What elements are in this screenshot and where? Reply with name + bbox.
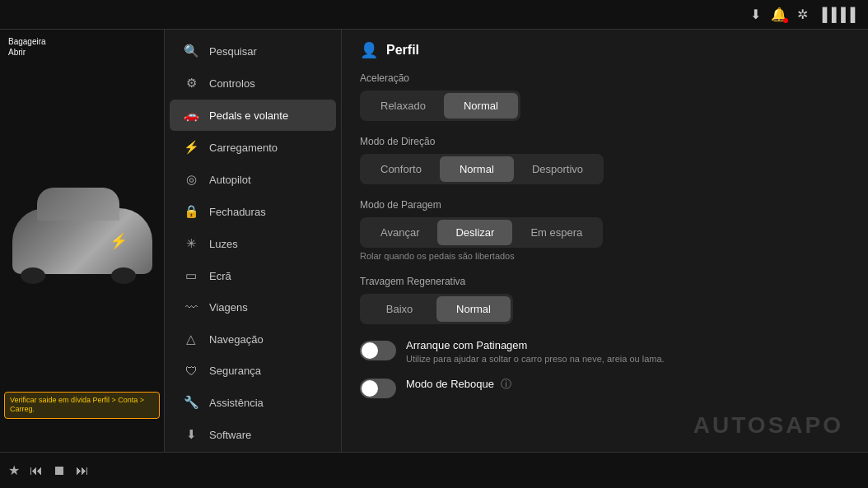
reboque-info-icon[interactable]: ⓘ — [501, 378, 511, 390]
car-image: ⚡ — [8, 192, 156, 290]
content-area: 👤 Perfil Aceleração Relaxado Normal Modo… — [342, 30, 868, 452]
wrench-icon: 🔧 — [183, 395, 199, 410]
playback-controls: ★ ⏮ ⏹ ⏭ — [8, 462, 89, 478]
modo-direcao-btn-group: Conforto Normal Desportivo — [360, 154, 604, 184]
arranque-label: Arranque com Patinagem Utilize para ajud… — [406, 339, 850, 365]
modo-direcao-section: Modo de Direção Conforto Normal Desporti… — [360, 136, 850, 184]
sidebar-item-seguranca[interactable]: 🛡 Segurança — [170, 356, 336, 386]
sidebar-item-pedais[interactable]: 🚗 Pedals e volante — [170, 100, 336, 131]
arranque-row: Arranque com Patinagem Utilize para ajud… — [360, 339, 850, 365]
main-area: BagageiraAbrir ⚡ Verificar saide em dívi… — [0, 30, 868, 452]
sidebar-item-viagens[interactable]: 〰 Viagens — [170, 292, 336, 323]
reboque-label: Modo de Reboque ⓘ — [406, 377, 850, 393]
aceleracao-normal-btn[interactable]: Normal — [444, 93, 518, 119]
top-bar: ⬇ 🔔 ✲ ▐▐▐▐ — [0, 0, 868, 30]
sidebar-item-carregamento[interactable]: ⚡ Carregamento — [170, 132, 336, 163]
paragem-em-espera-btn[interactable]: Em espera — [512, 220, 600, 245]
profile-icon: 👤 — [360, 41, 378, 59]
modo-paragem-btn-group: Avançar Deslizar Em espera — [360, 217, 603, 248]
car-silhouette: ⚡ — [12, 208, 152, 274]
sidebar-label-seguranca: Segurança — [209, 365, 261, 377]
travagem-section: Travagem Regenerativa Baixo Normal — [360, 276, 850, 324]
warning-box: Verificar saide em dívida Perfil > Conta… — [4, 392, 160, 419]
trunk-label: BagageiraAbrir — [8, 36, 46, 58]
aceleracao-section: Aceleração Relaxado Normal — [360, 72, 850, 121]
sidebar: 🔍 Pesquisar ⚙ Controlos 🚗 Pedals e volan… — [165, 30, 342, 452]
page-title: Perfil — [386, 43, 419, 58]
sidebar-label-fechaduras: Fechaduras — [209, 206, 266, 218]
travagem-normal-btn[interactable]: Normal — [436, 296, 511, 322]
notification-badge — [783, 18, 788, 23]
sidebar-label-software: Software — [209, 429, 251, 441]
watermark: AUTOSAPO — [693, 412, 843, 439]
sidebar-item-autopilot[interactable]: ◎ Autopilot — [170, 164, 336, 195]
direcao-normal-btn[interactable]: Normal — [440, 156, 514, 182]
modo-paragem-section: Modo de Paragem Avançar Deslizar Em espe… — [360, 199, 850, 261]
direcao-conforto-btn[interactable]: Conforto — [362, 156, 440, 182]
arranque-desc: Utilize para ajudar a soltar o carro pre… — [406, 353, 850, 365]
sidebar-label-viagens: Viagens — [209, 301, 248, 314]
reboque-row: Modo de Reboque ⓘ — [360, 377, 850, 398]
software-icon: ⬇ — [183, 427, 199, 442]
search-icon: 🔍 — [183, 44, 199, 58]
sidebar-label-pedais: Pedals e volante — [209, 109, 288, 122]
sidebar-item-assistencia[interactable]: 🔧 Assistência — [170, 387, 336, 418]
prev-track-icon[interactable]: ⏮ — [30, 463, 43, 478]
travagem-title: Travagem Regenerativa — [360, 276, 850, 287]
sidebar-label-luzes: Luzes — [209, 238, 238, 250]
sidebar-item-search[interactable]: 🔍 Pesquisar — [170, 35, 336, 67]
direcao-desportivo-btn[interactable]: Desportivo — [514, 156, 601, 182]
sidebar-label-search: Pesquisar — [209, 45, 257, 58]
sidebar-item-controlos[interactable]: ⚙ Controlos — [170, 67, 336, 99]
charge-icon: ⚡ — [110, 232, 128, 250]
signal-icon: ▐▐▐▐ — [818, 7, 855, 22]
lock-icon: 🔒 — [183, 204, 199, 219]
page-header: 👤 Perfil — [360, 41, 850, 59]
light-icon: ✳ — [183, 236, 199, 251]
travagem-btn-group: Baixo Normal — [360, 294, 513, 324]
sidebar-label-navegacao: Navegação — [209, 333, 264, 346]
arranque-title: Arranque com Patinagem — [406, 339, 850, 351]
nav-icon: △ — [183, 332, 199, 346]
aceleracao-relaxado-btn[interactable]: Relaxado — [362, 93, 444, 119]
sidebar-label-autopilot: Autopilot — [209, 174, 251, 186]
sidebar-label-ecra: Ecrã — [209, 270, 231, 282]
modo-paragem-title: Modo de Paragem — [360, 199, 850, 211]
reboque-title: Modo de Reboque ⓘ — [406, 377, 850, 392]
aceleracao-title: Aceleração — [360, 72, 850, 84]
sidebar-label-assistencia: Assistência — [209, 397, 264, 409]
download-icon: ⬇ — [750, 7, 761, 22]
sidebar-item-fechaduras[interactable]: 🔒 Fechaduras — [170, 196, 336, 227]
favorite-icon[interactable]: ★ — [8, 462, 20, 478]
paragem-deslizar-btn[interactable]: Deslizar — [437, 220, 512, 245]
autopilot-icon: ◎ — [183, 172, 199, 187]
sidebar-item-luzes[interactable]: ✳ Luzes — [170, 228, 336, 259]
car-panel: BagageiraAbrir ⚡ Verificar saide em dívi… — [0, 30, 165, 452]
aceleracao-btn-group: Relaxado Normal — [360, 91, 520, 121]
bottom-bar: ★ ⏮ ⏹ ⏭ — [0, 452, 868, 488]
top-bar-right: ⬇ 🔔 ✲ ▐▐▐▐ — [750, 7, 855, 22]
security-icon: 🛡 — [183, 364, 199, 378]
sidebar-label-controlos: Controlos — [209, 77, 255, 90]
charge-icon-sidebar: ⚡ — [183, 140, 199, 155]
travagem-baixo-btn[interactable]: Baixo — [362, 296, 436, 322]
bell-icon: 🔔 — [771, 7, 787, 22]
settings-icon: ⚙ — [183, 76, 199, 91]
modo-direcao-title: Modo de Direção — [360, 136, 850, 147]
sidebar-item-ecra[interactable]: ▭ Ecrã — [170, 260, 336, 291]
car-icon: 🚗 — [183, 108, 199, 123]
reboque-toggle[interactable] — [360, 379, 396, 398]
next-track-icon[interactable]: ⏭ — [76, 463, 89, 478]
paragem-avancar-btn[interactable]: Avançar — [362, 220, 437, 245]
paragem-note: Rolar quando os pedais são libertados — [360, 251, 850, 261]
trips-icon: 〰 — [183, 300, 199, 314]
arranque-toggle[interactable] — [360, 341, 396, 360]
bluetooth-icon: ✲ — [797, 7, 808, 22]
stop-icon[interactable]: ⏹ — [53, 463, 66, 478]
sidebar-item-navegacao[interactable]: △ Navegação — [170, 323, 336, 355]
screen-icon: ▭ — [183, 268, 199, 283]
sidebar-label-carregamento: Carregamento — [209, 142, 278, 154]
sidebar-item-software[interactable]: ⬇ Software — [170, 419, 336, 450]
